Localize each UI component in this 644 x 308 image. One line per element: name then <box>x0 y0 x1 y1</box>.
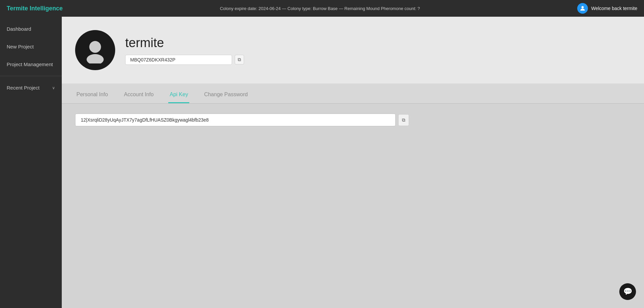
mound-key-copy-button[interactable]: ⧉ <box>235 55 244 64</box>
api-key-value: 12|XsrqliD28yUqAyJTX7y7agDfLfHUASZ0Bkgyw… <box>75 114 396 126</box>
profile-username: termite <box>125 36 244 50</box>
tab-change-password[interactable]: Change Password <box>203 87 249 103</box>
main-content: termite MBQ07Z6DKXR432P ⧉ Personal Info … <box>62 17 644 297</box>
colony-info: Colony expire date: 2024-06-24 — Colony … <box>220 6 420 11</box>
sidebar-item-project-management[interactable]: Project Management <box>0 55 62 73</box>
mound-key-row: MBQ07Z6DKXR432P ⧉ <box>125 55 244 65</box>
sidebar-item-label: Recent Project <box>7 85 39 91</box>
sidebar-item-dashboard[interactable]: Dashboard <box>0 20 62 38</box>
content-area: 12|XsrqliD28yUqAyJTX7y7agDfLfHUASZ0Bkgyw… <box>62 104 644 297</box>
sidebar-item-new-project[interactable]: New Project <box>0 38 62 55</box>
api-key-row: 12|XsrqliD28yUqAyJTX7y7agDfLfHUASZ0Bkgyw… <box>75 114 631 126</box>
chevron-down-icon: ∨ <box>52 86 55 90</box>
tabs-row: Personal Info Account Info Api Key Chang… <box>75 84 631 103</box>
profile-header: termite MBQ07Z6DKXR432P ⧉ <box>62 17 644 84</box>
sidebar-item-label: New Project <box>7 44 34 49</box>
brand-logo: Termite Intelligence <box>7 5 63 12</box>
copy-icon: ⧉ <box>238 57 241 62</box>
mound-key-value: MBQ07Z6DKXR432P <box>125 55 232 65</box>
svg-point-2 <box>86 54 103 63</box>
tab-personal-info[interactable]: Personal Info <box>75 87 109 103</box>
tab-api-key[interactable]: Api Key <box>168 87 189 103</box>
tabs-section: Personal Info Account Info Api Key Chang… <box>62 84 644 104</box>
svg-point-0 <box>581 6 584 8</box>
chat-bubble[interactable]: 💬 <box>619 283 636 300</box>
sidebar-item-recent-project[interactable]: Recent Project ∨ <box>0 79 62 97</box>
avatar <box>75 30 115 70</box>
user-avatar-icon <box>577 3 588 14</box>
user-info: Welcome back termite <box>577 3 637 14</box>
profile-info: termite MBQ07Z6DKXR432P ⧉ <box>125 36 244 65</box>
tab-account-info[interactable]: Account Info <box>123 87 155 103</box>
sidebar: Dashboard New Project Project Management… <box>0 17 62 308</box>
svg-point-1 <box>89 41 101 53</box>
sidebar-item-label: Project Management <box>7 61 53 67</box>
sidebar-divider <box>0 76 62 76</box>
top-nav: Termite Intelligence Colony expire date:… <box>0 0 644 17</box>
api-key-copy-button[interactable]: ⧉ <box>398 114 409 126</box>
welcome-text: Welcome back termite <box>591 6 637 11</box>
sidebar-item-label: Dashboard <box>7 26 31 32</box>
copy-icon: ⧉ <box>402 117 405 123</box>
chat-icon: 💬 <box>623 287 632 296</box>
